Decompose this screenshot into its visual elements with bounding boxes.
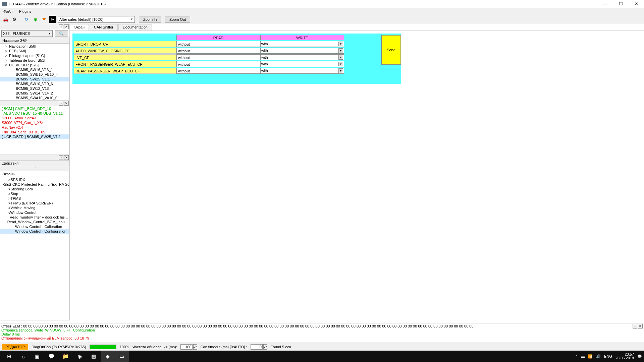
start-button[interactable]: ⊞ (2, 351, 16, 362)
zoom-out-button[interactable]: Zoom Out (165, 16, 190, 23)
language-indicator[interactable]: ENG (604, 354, 612, 358)
spinner-arrows-icon[interactable]: ▲▼ (263, 344, 267, 350)
toolbar: 🚗 ⚙ ⟳ ◉ ❤ 0x After sales (default) [10C0… (0, 15, 644, 24)
heart-icon[interactable]: ❤ (40, 16, 48, 23)
tree-item[interactable]: BCM95_SWA10_VA10_0 (0, 96, 69, 100)
tree-item[interactable]: >SES-CKC Protected Pairing (EXTRA SC... (0, 182, 69, 187)
tree-item[interactable]: >Pilotage capote [S1C] (0, 53, 69, 58)
tree-item[interactable]: Window Control - Calibration (0, 224, 69, 229)
network-icon[interactable]: ▬ (581, 354, 585, 358)
tree-item[interactable]: Read_Window_Control_BCM_Inpu... (0, 220, 69, 224)
write-select[interactable]: with▼ (260, 68, 344, 74)
tree-item[interactable]: >PEB [S68] (0, 49, 69, 53)
ecu-list[interactable]: [ BCM ] CMF1_BCM_DDT_10[ ABS-VDC ] ESC_1… (0, 106, 69, 155)
search-button[interactable]: 🔍 (55, 30, 68, 37)
task-view-icon[interactable]: ▣ (30, 351, 44, 362)
param-label: FRONT_PASSENGER_WLAP_ECU_CF (74, 61, 176, 67)
spinner-arrows-icon[interactable]: ▲▼ (193, 344, 197, 350)
timeout-input[interactable] (251, 344, 263, 350)
tree-item[interactable]: BCM95_SWB10_VB10_4 (0, 72, 69, 77)
log-line: Ответ ELM : 00 00 00 00 00 00 00 00 00 0… (1, 340, 643, 341)
search-icon[interactable]: ⌕ (16, 351, 30, 362)
chevron-down-icon: ▼ (130, 18, 133, 21)
gear-icon[interactable]: ⚙ (11, 16, 18, 23)
refresh-input[interactable] (180, 344, 193, 350)
list-item[interactable]: S2000_Atmo_SoftA3 (0, 116, 69, 120)
dock-float-icon[interactable]: ▫ (59, 101, 63, 106)
explorer-icon[interactable]: 📁 (58, 351, 72, 362)
notifications-icon[interactable]: 💬 (637, 354, 642, 359)
refresh-spinner[interactable]: ▲▼ (180, 344, 197, 350)
log-line: Ответ ELM : 00 00 00 00 00 00 00 00 00 0… (1, 324, 643, 328)
dock-float-icon[interactable]: ▫ (633, 324, 637, 328)
tree-item[interactable]: BCM95_SW25_V1.1 (0, 77, 69, 81)
chrome-icon[interactable]: ◉ (72, 351, 87, 362)
actions-tree[interactable]: >SES IRX>SES-CKC Protected Pairing (EXTR… (0, 177, 69, 320)
chevron-up-icon[interactable]: ^ (576, 354, 578, 358)
car-icon[interactable]: 🚗 (2, 16, 9, 23)
clock[interactable]: 20:57 28.05.2018 (615, 353, 634, 360)
title-bar: DDT4All - Zmiterm drive2.ru Edition (Dat… (0, 0, 644, 8)
list-item[interactable]: [ BCM ] CMF1_BCM_DDT_10 (0, 106, 69, 111)
tree-item[interactable]: >Steering Lock (0, 187, 69, 191)
dock-close-icon[interactable]: ✕ (64, 155, 69, 160)
wifi-icon[interactable]: 📶 (588, 354, 593, 359)
tree-item[interactable]: >TPMS (0, 196, 69, 201)
app-2-icon[interactable]: ▦ (87, 351, 101, 362)
tree-item[interactable]: >SES IRX (0, 177, 69, 182)
list-item[interactable]: S3000-A774_Can_1_X84 (0, 120, 69, 125)
app-3-icon[interactable]: ◆ (101, 351, 115, 362)
system-tray[interactable]: ^ ▬ 📶 🔊 ENG 20:57 28.05.2018 💬 (576, 353, 642, 360)
app-4-icon[interactable]: ▭ (115, 351, 129, 362)
vehicle-select[interactable]: X38 - FLUENCE ▼ (1, 30, 53, 37)
tree-item[interactable]: BCM95_SW10_V10_6 (0, 81, 69, 86)
menu-file[interactable]: Файл (2, 9, 14, 14)
zoom-in-button[interactable]: Zoom In (139, 16, 161, 23)
editor-mode-badge[interactable]: РЕДАКТОР (2, 344, 28, 350)
menu-plugins[interactable]: Plugins (18, 9, 33, 14)
dock-close-icon[interactable]: ✕ (64, 24, 69, 29)
timeout-label: Can timeout (ms) [0:AUTO] : (201, 345, 247, 349)
maximize-button[interactable]: ☐ (613, 0, 629, 8)
ecu-tree[interactable]: >Navigation [S58]>PEB [S68]>Pilotage cap… (0, 44, 69, 101)
tree-item[interactable]: BCM95_SW12_V13 (0, 86, 69, 91)
write-select[interactable]: with▼ (260, 48, 344, 54)
tree-item[interactable]: >Vehicle Moving (0, 205, 69, 210)
minimize-button[interactable]: — (598, 0, 613, 8)
tab-screen[interactable]: Экран (70, 24, 89, 31)
tree-item[interactable]: >Stop (0, 191, 69, 196)
write-select[interactable]: with▼ (260, 61, 344, 67)
tab-documentation[interactable]: Documentation (118, 24, 152, 31)
timeout-spinner[interactable]: ▲▼ (251, 344, 267, 350)
scroll-up-icon[interactable] (0, 166, 69, 171)
tree-item[interactable]: BCM95_SW16_V16_1 (0, 67, 69, 72)
send-button[interactable]: Send (381, 35, 401, 65)
write-select[interactable]: with▼ (260, 41, 344, 47)
list-item[interactable]: RadNav v2.4 (0, 125, 69, 130)
dock-close-icon[interactable]: ✕ (64, 101, 69, 106)
tree-item[interactable]: >Navigation [S58] (0, 44, 69, 49)
refresh-icon[interactable]: ⟳ (23, 16, 30, 23)
list-item[interactable]: Tdb_J84_Série_03_01_05 (0, 130, 69, 134)
hex-icon[interactable]: 0x (49, 16, 56, 23)
close-button[interactable]: ✕ (629, 0, 644, 8)
volume-icon[interactable]: 🔊 (596, 354, 601, 359)
status-bar: РЕДАКТОР DiagOnCan (Tx 0x745/Rx 0x765) 1… (0, 343, 644, 351)
write-select[interactable]: with▼ (260, 54, 344, 60)
profile-select[interactable]: After sales (default) [10C0] ▼ (58, 16, 135, 23)
list-item[interactable]: [ ABS-VDC ] ESC_15-40-UDS_V1.11 (0, 111, 69, 116)
dock-float-icon[interactable]: ▫ (59, 155, 63, 160)
list-item[interactable]: [ UCBIC/BFR ] BCM95_SW25_V1.1 (0, 134, 69, 139)
tree-item[interactable]: vWindow Control (0, 210, 69, 215)
tree-item[interactable]: BCM95_SW14_V14_2 (0, 91, 69, 96)
dock-close-icon[interactable]: ✕ (638, 324, 643, 328)
dock-float-icon[interactable]: ▫ (59, 24, 63, 29)
circle-green-icon[interactable]: ◉ (32, 16, 39, 23)
tree-item[interactable]: Read_window lifter + doorlock his... (0, 215, 69, 220)
app-1-icon[interactable]: 💬 (44, 351, 58, 362)
tree-item[interactable]: >TPMS (EXTRA SCREEN) (0, 201, 69, 205)
tree-item[interactable]: >Tableau de bord [S51] (0, 58, 69, 63)
tree-item[interactable]: Window Control - Configuration (0, 229, 69, 234)
tree-item[interactable]: vUCBIC/BFR [S26] (0, 63, 69, 67)
tab-can-sniffer[interactable]: CAN Sniffer (90, 24, 118, 31)
